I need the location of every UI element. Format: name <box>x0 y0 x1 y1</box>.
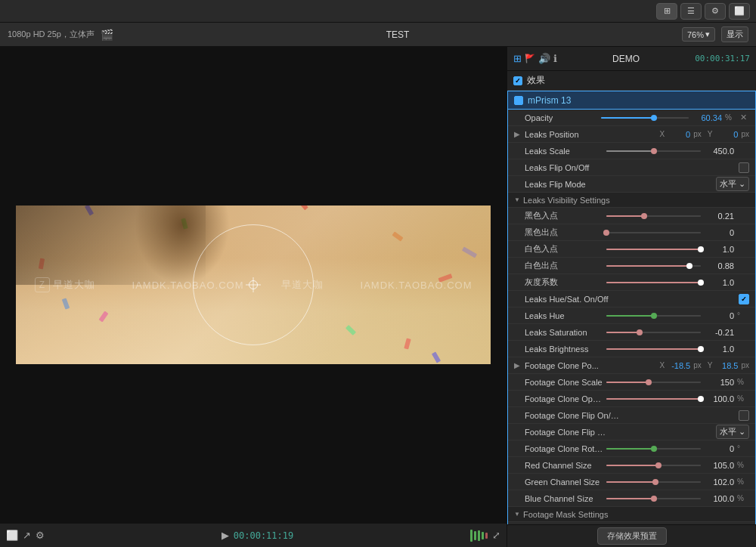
leaks-flip-checkbox[interactable] <box>739 162 749 173</box>
section-label: Leaks Visibility Settings <box>523 196 610 205</box>
hue-sat-checkbox[interactable]: ✓ <box>739 294 749 304</box>
param-label: Footage Clone Po... <box>525 361 657 370</box>
param-leaks-flip: Leaks Flip On/Off <box>508 159 755 176</box>
save-preset-button[interactable]: 存储效果预置 <box>597 527 667 545</box>
leaks-scale-slider[interactable] <box>606 146 701 156</box>
effect-section: mPrism 13 Opacity 60.34 % ✕ <box>507 91 756 524</box>
project-title: TEST <box>386 29 410 40</box>
white-in-slider[interactable] <box>606 244 701 255</box>
footage-opacity-value: 100.0 <box>704 394 734 403</box>
zoom-control[interactable]: 76% ▾ <box>682 27 715 42</box>
monitor-button[interactable]: ⬜ <box>6 530 18 541</box>
footage-scale-slider[interactable] <box>606 377 701 388</box>
param-black-out: 黑色出点 0 <box>508 224 755 241</box>
black-in-value: 0.21 <box>704 212 734 221</box>
gamma-value: 1.0 <box>704 278 734 287</box>
xy-values: X 0 px Y 0 px <box>660 130 749 139</box>
speaker-icon[interactable]: 🔊 <box>538 53 550 64</box>
leaks-brightness-value: 1.0 <box>704 345 734 354</box>
param-label: 黑色入点 <box>525 210 603 221</box>
param-label: Leaks Hue/Sat. On/Off <box>525 295 619 304</box>
expand-icon[interactable]: ▶ <box>514 130 522 138</box>
effects-header: ✓ 效果 <box>507 71 756 91</box>
param-black-in: 黑色入点 0.21 <box>508 208 755 224</box>
leaks-visibility-section: ▼ Leaks Visibility Settings <box>508 193 755 208</box>
grid-panel-icon[interactable]: ⊞ <box>513 53 522 64</box>
param-leaks-brightness: Leaks Brightness 1.0 <box>508 341 755 357</box>
leaks-brightness-slider[interactable] <box>606 344 701 354</box>
settings-button[interactable]: ⚙ <box>36 530 45 541</box>
video-controls: ⬜ ↗ ⚙ ▶ 00:00:11:19 ⤢ <box>0 523 507 547</box>
x-value: 0 <box>668 130 690 139</box>
display-button[interactable]: 显示 <box>721 26 748 42</box>
param-footage-clone-scale: Footage Clone Scale 150 % <box>508 374 755 391</box>
panel-header: ⊞ 🚩 🔊 ℹ DEMO 00:00:31:17 <box>507 47 756 71</box>
param-white-out: 白色出点 0.88 <box>508 258 755 274</box>
leaks-hue-slider[interactable] <box>606 311 701 321</box>
opacity-value: 60.34 <box>692 113 722 122</box>
param-hue-sat-onoff: Leaks Hue/Sat. On/Off ✓ <box>508 291 755 307</box>
black-out-value: 0 <box>704 228 734 237</box>
triangle-icon[interactable]: ▼ <box>514 196 520 203</box>
param-label: Leaks Brightness <box>525 345 603 354</box>
param-label: Leaks Position <box>525 130 657 139</box>
green-channel-value: 102.0 <box>704 477 734 487</box>
close-icon[interactable]: ✕ <box>740 113 749 122</box>
opacity-unit: % <box>725 113 737 122</box>
main-content: Z 早道大咖 IAMDK.TAOBAO.COM 早道大咖 IAMDK.TAOBA… <box>0 47 756 547</box>
leaks-hue-value: 0 <box>704 311 734 320</box>
param-label: 白色入点 <box>525 243 603 255</box>
footage-rotation-value: 0 <box>704 444 734 453</box>
header-bar: 1080p HD 25p，立体声 🎬 TEST 76% ▾ 显示 <box>0 23 756 47</box>
effect-enable-checkbox[interactable] <box>514 96 523 105</box>
video-area: Z 早道大咖 IAMDK.TAOBAO.COM 早道大咖 IAMDK.TAOBA… <box>0 47 507 547</box>
param-label: Footage Clone Flip On/Off <box>525 411 619 420</box>
footage-flip-checkbox[interactable] <box>739 410 749 421</box>
film-icon: 🎬 <box>101 29 113 41</box>
footage-flip-mode-select[interactable]: 水平 ⌄ <box>716 425 749 439</box>
transform-button[interactable]: ↗ <box>23 530 31 541</box>
param-green-channel: Green Channel Size 102.0 % <box>508 474 755 490</box>
expand-icon[interactable]: ▶ <box>514 361 522 369</box>
leaks-flip-mode-select[interactable]: 水平 ⌄ <box>716 177 749 191</box>
play-button[interactable]: ▶ <box>222 530 229 541</box>
grid-view-button[interactable]: ⊞ <box>656 3 677 20</box>
param-leaks-scale: Leaks Scale 450.0 <box>508 143 755 159</box>
param-leaks-position: ▶ Leaks Position X 0 px Y 0 px <box>508 126 755 143</box>
timecode-display: 00:00:11:19 <box>234 530 293 541</box>
fullscreen-button[interactable]: ⤢ <box>492 530 500 541</box>
leaks-sat-value: -0.21 <box>704 328 734 337</box>
gamma-slider[interactable] <box>606 277 701 288</box>
effects-enable-checkbox[interactable]: ✓ <box>513 76 522 85</box>
y-value: 18.5 <box>715 361 738 370</box>
green-channel-slider[interactable] <box>606 477 701 487</box>
resolution-label: 1080p HD 25p，立体声 <box>8 29 94 40</box>
panel-timecode: 00:00:31:17 <box>695 54 750 63</box>
red-channel-slider[interactable] <box>606 460 701 471</box>
list-view-button[interactable]: ☰ <box>680 3 702 20</box>
window-button[interactable]: ⬜ <box>729 3 750 20</box>
white-in-value: 1.0 <box>704 245 734 254</box>
effects-panel: ✓ 效果 mPrism 13 Opacity <box>507 71 756 524</box>
section-label: Footage Mask Settings <box>523 510 609 519</box>
param-label: Red Channel Size <box>525 461 603 470</box>
white-out-slider[interactable] <box>606 261 701 271</box>
leaks-sat-slider[interactable] <box>606 327 701 338</box>
param-label: Leaks Saturation <box>525 328 603 337</box>
triangle-icon[interactable]: ▼ <box>514 511 520 518</box>
blue-channel-slider[interactable] <box>606 493 701 504</box>
video-frame: Z 早道大咖 IAMDK.TAOBAO.COM 早道大咖 IAMDK.TAOBA… <box>16 206 491 364</box>
zoom-value: 76% <box>687 30 704 39</box>
black-out-slider[interactable] <box>606 227 701 238</box>
black-in-slider[interactable] <box>606 211 701 221</box>
param-label: 白色出点 <box>525 260 603 271</box>
footage-rotation-slider[interactable] <box>606 443 701 454</box>
settings-button[interactable]: ⚙ <box>705 3 726 20</box>
footage-opacity-slider[interactable] <box>606 394 701 404</box>
flag-panel-icon[interactable]: 🚩 <box>525 54 535 63</box>
param-label: Footage Clone Flip Mode <box>525 428 609 437</box>
info-icon[interactable]: ℹ <box>553 53 557 64</box>
x-value: -18.5 <box>668 361 690 370</box>
panel-footer: 存储效果预置 <box>507 524 756 547</box>
opacity-slider[interactable] <box>601 113 689 123</box>
